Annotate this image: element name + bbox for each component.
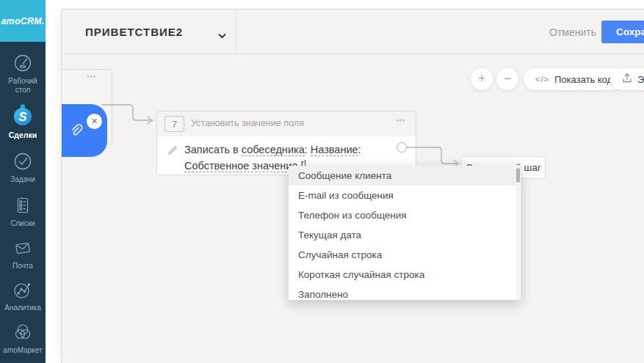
step-number-badge: 7 <box>164 116 184 132</box>
editor-header: ПРИВЕТСТВИЕ2 Отменить Сохранить <box>62 10 644 54</box>
connector-line <box>98 98 159 128</box>
text-prefix: Записать в <box>184 144 242 155</box>
header-divider <box>236 10 236 54</box>
market-icon <box>12 322 33 342</box>
amocrm-logo[interactable]: amoCRM. <box>0 0 46 42</box>
sidebar-item-label: amoМаркет <box>1 346 43 355</box>
cancel-label: Отменить <box>549 26 596 38</box>
value-source-dropdown[interactable]: Сообщение клиента E-mail из сообщения Те… <box>289 166 521 300</box>
cancel-button[interactable]: Отменить <box>549 10 596 54</box>
export-icon <box>622 73 632 86</box>
value-type-token[interactable]: Собственное значение <box>184 160 298 172</box>
chevron-down-icon[interactable] <box>218 29 226 42</box>
bot-name-dropdown[interactable]: ПРИВЕТСТВИЕ2 <box>85 10 183 54</box>
sidebar-item-lists[interactable]: Списки <box>0 195 46 228</box>
output-port[interactable] <box>397 142 407 153</box>
svg-text:S: S <box>18 110 27 124</box>
paperclip-icon[interactable] <box>67 122 84 142</box>
dropdown-item[interactable]: Случайная строка <box>289 245 521 265</box>
deals-icon: S <box>12 103 34 127</box>
dropdown-item[interactable]: Короткая случайная строка <box>289 265 521 285</box>
sidebar: amoCRM. Рабочий стол S Сделки Задачи <box>0 0 46 363</box>
sidebar-item-mail[interactable]: Почта <box>0 238 46 271</box>
logo-text: amoCRM. <box>1 16 44 26</box>
scrollbar-track <box>516 166 520 300</box>
dashboard-icon <box>12 53 33 73</box>
dropdown-item[interactable]: E-mail из сообщения <box>289 186 521 205</box>
sidebar-item-label: Сделки <box>7 131 38 139</box>
sidebar-item-deals[interactable]: S Сделки <box>0 103 46 139</box>
tasks-icon <box>12 151 33 172</box>
sidebar-item-label: Аналитика <box>3 304 43 312</box>
dropdown-item[interactable]: Заполнено <box>289 285 521 300</box>
sidebar-item-analytics[interactable]: Аналитика <box>0 279 46 312</box>
sidebar-item-market[interactable]: amoМаркет <box>0 322 46 355</box>
entity-token[interactable]: собеседника <box>242 144 305 156</box>
sidebar-item-label: Рабочий стол <box>0 77 46 95</box>
sidebar-item-tasks[interactable]: Задачи <box>0 151 46 184</box>
show-code-button[interactable]: </> Показать код <box>524 68 624 90</box>
sidebar-item-label: Почта <box>11 262 35 271</box>
bot-name: ПРИВЕТСТВИЕ2 <box>85 26 183 38</box>
separator: : <box>358 144 361 155</box>
step-title: Установить значение поля <box>191 118 304 128</box>
zoom-in-button[interactable]: + <box>471 68 493 90</box>
step-7-header: 7 Установить значение поля ⋯ <box>157 111 416 136</box>
dropdown-item[interactable]: Сообщение клиента <box>289 166 521 186</box>
card-menu-icon[interactable]: ⋯ <box>87 71 98 82</box>
export-button[interactable]: Экспорт <box>610 68 644 90</box>
dropdown-item[interactable]: Текущая дата <box>289 225 521 245</box>
card-menu-icon[interactable]: ⋯ <box>396 115 407 126</box>
separator: : <box>305 144 311 155</box>
save-button[interactable]: Сохранить <box>601 21 644 43</box>
show-code-label: Показать код <box>554 74 612 85</box>
scrollbar-thumb[interactable] <box>516 168 520 183</box>
sidebar-item-label: Задачи <box>9 175 37 184</box>
bot-editor-panel: ПРИВЕТСТВИЕ2 Отменить Сохранить + − </> … <box>61 9 644 363</box>
lists-icon <box>12 195 33 216</box>
mail-icon <box>12 238 33 258</box>
zoom-out-button[interactable]: − <box>496 68 518 90</box>
edit-pencil-icon <box>167 145 178 175</box>
dropdown-item[interactable]: Телефон из сообщения <box>289 205 521 225</box>
export-label: Экспорт <box>637 74 644 85</box>
flow-canvas[interactable]: + − </> Показать код Экспорт ⋯ ✕ <box>62 54 644 363</box>
sidebar-item-label: Списки <box>9 219 36 228</box>
field-token[interactable]: Название <box>311 144 358 156</box>
code-icon: </> <box>535 75 549 84</box>
analytics-icon <box>12 279 33 300</box>
sidebar-item-dashboard[interactable]: Рабочий стол <box>0 53 46 95</box>
